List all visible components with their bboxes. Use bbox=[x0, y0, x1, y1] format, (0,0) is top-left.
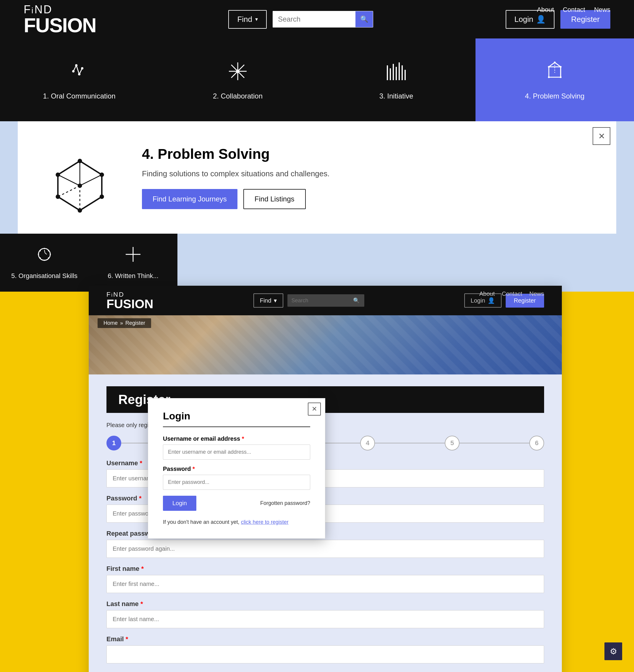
skill-6-label: 6. Written Think... bbox=[107, 272, 158, 280]
svg-point-50 bbox=[44, 248, 45, 249]
modal-username-group: Username or email address * bbox=[163, 435, 310, 460]
second-navbar: About Contact News FiND FUSION Find ▾ 🔍 bbox=[89, 286, 562, 315]
email-required: * bbox=[126, 635, 128, 643]
second-about-link[interactable]: About bbox=[479, 290, 495, 297]
second-chevron-icon: ▾ bbox=[274, 297, 277, 304]
lastname-label: Last name * bbox=[106, 600, 544, 608]
skills-section: 1. Oral Communication 2. Collaboration bbox=[0, 39, 634, 292]
forgotten-password-link[interactable]: Forgotten password? bbox=[260, 500, 310, 506]
user-icon: 👤 bbox=[536, 15, 545, 24]
breadcrumb-home-link[interactable]: Home bbox=[103, 320, 118, 326]
second-nav-links: About Contact News bbox=[479, 290, 544, 297]
breadcrumb-separator: » bbox=[120, 320, 123, 326]
skill-1-label: 1. Oral Communication bbox=[43, 92, 115, 100]
modal-password-required: * bbox=[193, 465, 195, 472]
svg-line-32 bbox=[80, 197, 102, 210]
second-logo[interactable]: FiND FUSION bbox=[106, 291, 153, 310]
modal-password-input[interactable] bbox=[163, 475, 310, 490]
modal-login-button[interactable]: Login bbox=[163, 496, 196, 511]
svg-point-27 bbox=[560, 76, 562, 78]
svg-point-44 bbox=[78, 208, 82, 213]
skill-item-3[interactable]: 3. Initiative bbox=[317, 39, 476, 121]
problem-solving-icon-large bbox=[41, 139, 118, 216]
password-required: * bbox=[139, 495, 142, 502]
svg-point-57 bbox=[40, 250, 41, 251]
username-required: * bbox=[140, 459, 143, 467]
skill-item-2[interactable]: 2. Collaboration bbox=[158, 39, 317, 121]
svg-point-26 bbox=[548, 76, 550, 78]
register-page-layer: About Contact News FiND FUSION Find ▾ 🔍 bbox=[89, 286, 562, 672]
second-search-bar: 🔍 bbox=[287, 294, 364, 307]
second-search-input[interactable] bbox=[287, 295, 349, 307]
skill-item-5[interactable]: 5. Organisational Skills bbox=[0, 234, 89, 292]
skill-item-1[interactable]: 1. Oral Communication bbox=[0, 39, 158, 121]
ps-buttons: Find Learning Journeys Find Listings bbox=[142, 189, 330, 209]
second-contact-link[interactable]: Contact bbox=[502, 290, 522, 297]
skill-5-label: 5. Organisational Skills bbox=[11, 272, 77, 280]
search-input[interactable] bbox=[273, 11, 356, 27]
login-modal-title: Login bbox=[163, 410, 310, 422]
logo-find: FiND bbox=[24, 3, 96, 15]
svg-point-24 bbox=[548, 66, 550, 68]
close-panel-button[interactable]: ✕ bbox=[593, 127, 610, 145]
login-modal-close-button[interactable]: ✕ bbox=[308, 403, 321, 415]
skill-item-6[interactable]: 6. Written Think... bbox=[89, 234, 177, 292]
email-input[interactable] bbox=[106, 645, 544, 664]
find-learning-journeys-button[interactable]: Find Learning Journeys bbox=[142, 189, 238, 209]
find-dropdown-button[interactable]: Find ▾ bbox=[228, 10, 267, 29]
svg-line-33 bbox=[58, 197, 80, 210]
skill-item-4[interactable]: 4. Problem Solving bbox=[476, 39, 634, 121]
problem-solving-panel: ✕ bbox=[18, 121, 616, 234]
collaboration-icon bbox=[226, 59, 249, 86]
hero-mosaic bbox=[89, 315, 562, 375]
firstname-required: * bbox=[141, 565, 144, 572]
step-5-indicator: 5 bbox=[445, 436, 460, 451]
lastname-field-group: Last name * bbox=[106, 600, 544, 628]
step-6-indicator: 6 bbox=[529, 436, 544, 451]
find-listings-button[interactable]: Find Listings bbox=[243, 189, 306, 209]
svg-point-53 bbox=[48, 257, 49, 259]
email-label: Email * bbox=[106, 635, 544, 643]
problem-solving-icon-small bbox=[543, 59, 566, 86]
modal-password-group: Password * bbox=[163, 465, 310, 490]
modal-divider bbox=[163, 427, 310, 427]
contact-link[interactable]: Contact bbox=[563, 6, 585, 14]
organisational-skills-icon bbox=[35, 245, 53, 267]
svg-point-6 bbox=[81, 67, 83, 70]
svg-point-46 bbox=[78, 183, 82, 188]
skill-4-label: 4. Problem Solving bbox=[525, 92, 584, 100]
search-button[interactable]: 🔍 bbox=[356, 11, 373, 27]
modal-username-required: * bbox=[242, 435, 244, 442]
firstname-input[interactable] bbox=[106, 575, 544, 593]
step-line-4 bbox=[375, 443, 445, 443]
svg-point-52 bbox=[50, 254, 51, 255]
svg-line-29 bbox=[58, 161, 80, 174]
step-4-indicator: 4 bbox=[360, 436, 375, 451]
lastname-input[interactable] bbox=[106, 610, 544, 628]
oral-communication-icon bbox=[68, 59, 91, 86]
register-form-area: Register Please only register for a Find… bbox=[89, 375, 562, 672]
register-from-modal-link[interactable]: click here to register bbox=[241, 519, 289, 525]
modal-username-input[interactable] bbox=[163, 445, 310, 460]
svg-line-37 bbox=[80, 175, 102, 186]
svg-line-20 bbox=[549, 63, 555, 67]
about-link[interactable]: About bbox=[537, 6, 554, 14]
firstname-field-group: First name * bbox=[106, 565, 544, 593]
ps-title: 4. Problem Solving bbox=[142, 146, 330, 162]
step-line-5 bbox=[460, 443, 529, 443]
top-nav-links: About Contact News bbox=[537, 6, 610, 14]
gear-settings-button[interactable]: ⚙ bbox=[604, 642, 622, 660]
svg-point-42 bbox=[100, 172, 104, 177]
logo-fusion: FUSION bbox=[24, 15, 96, 35]
second-news-link[interactable]: News bbox=[529, 290, 544, 297]
problem-solving-content: 4. Problem Solving Finding solutions to … bbox=[142, 146, 330, 209]
chevron-down-icon: ▾ bbox=[255, 16, 258, 22]
logo[interactable]: FiND FUSION bbox=[24, 3, 96, 35]
second-find-dropdown-button[interactable]: Find ▾ bbox=[253, 293, 283, 308]
svg-point-4 bbox=[75, 64, 77, 67]
news-link[interactable]: News bbox=[594, 6, 610, 14]
svg-point-5 bbox=[78, 73, 80, 75]
nav-center: Find ▾ 🔍 bbox=[228, 10, 373, 29]
second-search-button[interactable]: 🔍 bbox=[349, 294, 363, 307]
repeat-password-input[interactable] bbox=[106, 540, 544, 558]
